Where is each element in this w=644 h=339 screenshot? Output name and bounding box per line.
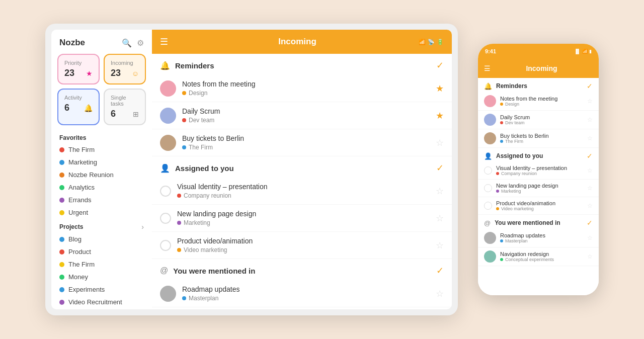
phone-buy-tickets-star[interactable]: ☆ [587, 135, 593, 142]
product-video-star[interactable]: ☆ [436, 240, 444, 251]
task-navigation-redesign[interactable]: Navigation redesign Conceptual experimen… [152, 307, 452, 309]
assigned-section-header: 👤 Assigned to you ✓ [152, 156, 452, 178]
roadmap-name: Roadmap updates [182, 285, 436, 293]
sidebar-item-product[interactable]: Product [51, 245, 152, 258]
incoming-face-icon: ☺ [132, 69, 139, 77]
content-scroll[interactable]: 🔔 Reminders ✓ Notes from the meeting Des… [152, 54, 452, 309]
phone-task-product-video[interactable]: Product video/animation Video marketing … [478, 197, 599, 215]
phone-task-daily-scrum[interactable]: Daily Scrum Dev team ☆ [478, 111, 599, 129]
video-recruitment-label: Video Recruitment [68, 298, 122, 306]
signal-icon: 📶 [419, 39, 426, 45]
sidebar-item-marketing[interactable]: Marketing [51, 156, 152, 168]
phone-product-video-star[interactable]: ☆ [587, 202, 593, 209]
visual-identity-name: Visual Identity – presentation [177, 183, 436, 191]
phone-notes-star[interactable]: ☆ [587, 98, 593, 105]
phone-task-visual-identity[interactable]: Visual Identity – presentation Company r… [478, 162, 599, 180]
phone-visual-identity-circle[interactable] [484, 166, 492, 175]
projects-label: Projects [59, 223, 83, 230]
phone-wifi-icon: 📶 [582, 49, 588, 54]
visual-identity-circle[interactable] [160, 186, 171, 197]
blog-label: Blog [68, 235, 82, 243]
priority-card[interactable]: Priority 23 ★ [57, 54, 100, 84]
phone-task-nav-redesign[interactable]: Navigation redesign Conceptual experimen… [478, 247, 599, 266]
reminders-check-icon[interactable]: ✓ [436, 60, 444, 71]
task-notes-from-meeting[interactable]: Notes from the meeting Design ★ [152, 75, 452, 102]
visual-identity-star[interactable]: ☆ [436, 186, 444, 197]
marketing-dot [59, 160, 64, 165]
phone-nav-redesign-star[interactable]: ☆ [587, 253, 593, 260]
phone-mentioned-check[interactable]: ✓ [587, 219, 593, 227]
phone-nav-redesign-name: Navigation redesign [500, 251, 587, 257]
phone-notes-name: Notes from the meeting [500, 96, 587, 102]
activity-card[interactable]: Activity 6 🔔 [57, 89, 100, 125]
sidebar-item-video-recruitment[interactable]: Video Recruitment [51, 296, 152, 308]
projects-arrow-icon[interactable]: › [141, 223, 144, 231]
phone-new-landing-circle[interactable] [484, 184, 492, 192]
phone-task-buy-tickets[interactable]: Buy tickets to Berlin The Firm ☆ [478, 129, 599, 148]
task-product-video[interactable]: Product video/animation Video marketing … [152, 232, 452, 259]
phone-reminders-check[interactable]: ✓ [587, 82, 593, 90]
sidebar-item-money[interactable]: Money [51, 271, 152, 283]
new-landing-star[interactable]: ☆ [436, 213, 444, 224]
new-landing-tag-label: Marketing [184, 219, 210, 226]
search-icon[interactable]: 🔍 [122, 38, 132, 48]
phone-product-video-circle[interactable] [484, 202, 492, 210]
priority-card-label: Priority [64, 60, 93, 66]
product-video-circle[interactable] [160, 240, 171, 251]
phone-content[interactable]: 🔔 Reminders ✓ Notes from the meeting Des… [478, 78, 599, 295]
task-new-landing-page[interactable]: New landing page design Marketing ☆ [152, 205, 452, 232]
phone-roadmap-star[interactable]: ☆ [587, 234, 593, 241]
mentioned-icon: @ [160, 266, 168, 275]
notes-meeting-star[interactable]: ★ [436, 83, 444, 94]
sidebar-item-urgent[interactable]: Urgent [51, 206, 152, 219]
task-buy-tickets-berlin[interactable]: Buy tickets to Berlin The Firm ☆ [152, 129, 452, 156]
mentioned-check-icon[interactable]: ✓ [436, 265, 444, 276]
new-landing-circle[interactable] [160, 213, 171, 224]
phone-visual-identity-info: Visual Identity – presentation Company r… [496, 165, 587, 176]
daily-scrum-name: Daily Scrum [182, 107, 436, 115]
sidebar-item-analytics[interactable]: Analytics [51, 181, 152, 194]
gear-icon[interactable]: ⚙ [137, 38, 144, 48]
phone-visual-identity-star[interactable]: ☆ [587, 167, 593, 174]
product-label: Product [68, 248, 91, 256]
experiments-dot [59, 287, 64, 292]
roadmap-star[interactable]: ☆ [436, 288, 444, 299]
blog-dot [59, 237, 64, 242]
sidebar-item-errands[interactable]: Errands [51, 194, 152, 206]
phone-assigned-check[interactable]: ✓ [587, 152, 593, 160]
sidebar-item-the-firm[interactable]: The Firm [51, 143, 152, 156]
sidebar-item-nozbe-reunion[interactable]: Nozbe Reunion [51, 168, 152, 181]
phone-daily-scrum-star[interactable]: ☆ [587, 116, 593, 123]
phone-new-landing-tag-label: Marketing [501, 189, 521, 194]
phone-task-notes-meeting[interactable]: Notes from the meeting Design ☆ [478, 92, 599, 111]
phone-task-new-landing[interactable]: New landing page design Marketing ☆ [478, 180, 599, 197]
incoming-card[interactable]: Incoming 23 ☺ [104, 54, 146, 84]
sidebar-item-experiments[interactable]: Experiments [51, 283, 152, 296]
incoming-count-row: 23 ☺ [111, 68, 139, 78]
sidebar-item-blog[interactable]: Blog [51, 233, 152, 245]
product-video-tag-dot [177, 248, 181, 252]
phone-new-landing-star[interactable]: ☆ [587, 185, 593, 192]
task-daily-scrum[interactable]: Daily Scrum Dev team ★ [152, 102, 452, 129]
daily-scrum-star[interactable]: ★ [436, 110, 444, 121]
sidebar-header: Nozbe 🔍 ⚙ [51, 38, 152, 54]
phone-hamburger-icon[interactable]: ☰ [484, 64, 491, 72]
buy-tickets-star[interactable]: ☆ [436, 137, 444, 148]
phone-roadmap-tag-dot [500, 239, 503, 242]
phone-new-landing-tag: Marketing [496, 189, 587, 194]
phone-product-video-tag-dot [496, 207, 499, 210]
phone-buy-tickets-info: Buy tickets to Berlin The Firm [500, 133, 587, 144]
hamburger-icon[interactable]: ☰ [160, 36, 168, 47]
task-visual-identity[interactable]: Visual Identity – presentation Company r… [152, 178, 452, 205]
task-roadmap-updates[interactable]: Roadmap updates Masterplan ☆ [152, 280, 452, 307]
phone-buy-tickets-tag: The Firm [500, 139, 587, 144]
reminders-title: Reminders [175, 61, 436, 70]
mentioned-section-header: @ You were mentioned in ✓ [152, 259, 452, 280]
priority-count-row: 23 ★ [64, 68, 93, 78]
main-content: ☰ Incoming 📶 📡 🔋 🔔 Reminders ✓ [152, 30, 452, 309]
phone-product-video-tag-label: Video marketing [501, 206, 534, 211]
assigned-check-icon[interactable]: ✓ [436, 162, 444, 174]
sidebar-item-the-firm-project[interactable]: The Firm [51, 258, 152, 271]
phone-task-roadmap[interactable]: Roadmap updates Masterplan ☆ [478, 229, 599, 247]
single-tasks-card[interactable]: Single tasks 6 ⊞ [104, 89, 146, 125]
